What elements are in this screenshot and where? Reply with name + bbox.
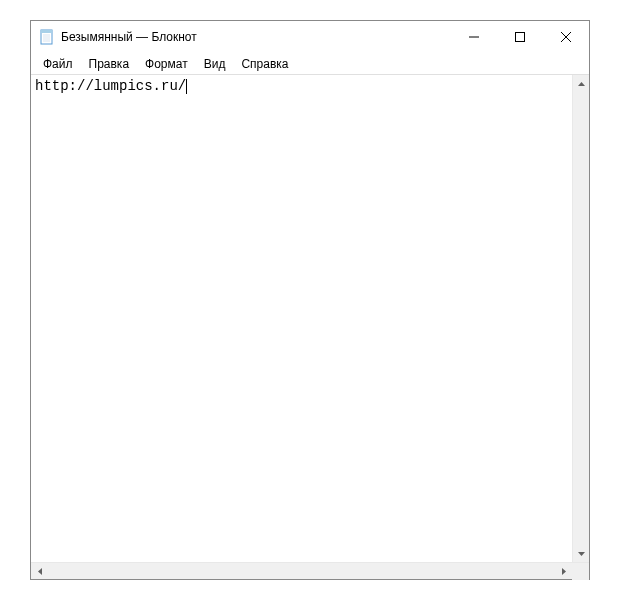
scroll-right-arrow[interactable] — [555, 563, 572, 580]
horizontal-scrollbar[interactable] — [31, 563, 572, 579]
menu-file[interactable]: Файл — [35, 55, 81, 73]
menu-view[interactable]: Вид — [196, 55, 234, 73]
maximize-button[interactable] — [497, 21, 543, 53]
menu-edit[interactable]: Правка — [81, 55, 138, 73]
minimize-button[interactable] — [451, 21, 497, 53]
minimize-icon — [469, 32, 479, 42]
content-area: http://lumpics.ru/ — [31, 75, 589, 562]
vscroll-track[interactable] — [573, 92, 589, 545]
notepad-window: Безымянный — Блокнот Файл Правка — [30, 20, 590, 580]
text-editor[interactable]: http://lumpics.ru/ — [31, 75, 572, 562]
menu-help[interactable]: Справка — [233, 55, 296, 73]
window-controls — [451, 21, 589, 53]
scroll-left-arrow[interactable] — [31, 563, 48, 580]
maximize-icon — [515, 32, 525, 42]
close-button[interactable] — [543, 21, 589, 53]
svg-rect-1 — [41, 30, 52, 33]
scroll-up-arrow[interactable] — [573, 75, 589, 92]
editor-text: http://lumpics.ru/ — [35, 78, 186, 94]
svg-rect-7 — [516, 33, 525, 42]
chevron-up-icon — [578, 82, 585, 86]
menubar: Файл Правка Формат Вид Справка — [31, 53, 589, 75]
titlebar[interactable]: Безымянный — Блокнот — [31, 21, 589, 53]
notepad-icon — [39, 29, 55, 45]
chevron-left-icon — [38, 568, 42, 575]
scroll-down-arrow[interactable] — [573, 545, 589, 562]
chevron-down-icon — [578, 552, 585, 556]
chevron-right-icon — [562, 568, 566, 575]
scrollbar-corner — [572, 563, 589, 580]
text-cursor — [186, 79, 187, 94]
vertical-scrollbar[interactable] — [572, 75, 589, 562]
window-title: Безымянный — Блокнот — [61, 30, 451, 44]
close-icon — [561, 32, 571, 42]
menu-format[interactable]: Формат — [137, 55, 196, 73]
bottom-bar — [31, 562, 589, 579]
